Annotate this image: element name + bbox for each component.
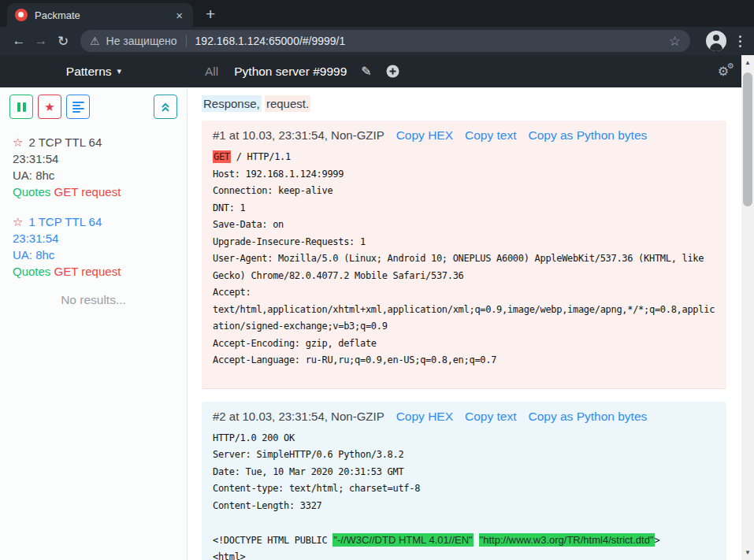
pause-icon xyxy=(17,102,26,112)
stream-tag: GET request xyxy=(54,185,121,198)
browser-tab[interactable]: Packmate × xyxy=(7,3,193,27)
settings-gears-icon[interactable]: ⚙ ⚙ xyxy=(718,64,729,79)
pattern-tab[interactable]: Python server #9999 xyxy=(234,65,347,79)
address-bar[interactable]: ⚠ Не защищено 192.168.1.124:65000/#/9999… xyxy=(80,30,690,52)
copy-action-link[interactable]: Copy HEX xyxy=(396,128,453,143)
stream-ua: UA: 8hc xyxy=(13,167,180,184)
scrollbar[interactable]: ▲ ▼ xyxy=(741,55,754,560)
packet-view: Response, request. #1 at 10.03, 23:31:54… xyxy=(188,87,741,560)
copy-action-link[interactable]: Copy as Python bytes xyxy=(529,410,648,424)
legend-request: request. xyxy=(265,95,310,112)
scroll-up-icon[interactable]: ▲ xyxy=(741,59,754,66)
stream-time: 23:31:54 xyxy=(13,230,180,247)
bookmark-star-icon[interactable]: ☆ xyxy=(669,33,681,50)
pause-capture-button[interactable] xyxy=(9,95,33,119)
packmate-favicon-icon xyxy=(15,9,28,21)
tab-title: Packmate xyxy=(35,9,173,21)
packet-list: #1 at 10.03, 23:31:54, Non-GZIPCopy HEXC… xyxy=(202,121,726,560)
refresh-icon[interactable]: ↻ xyxy=(52,30,74,52)
security-label: Не защищено xyxy=(106,35,177,47)
stream-time: 23:31:54 xyxy=(13,150,180,167)
copy-action-link[interactable]: Copy text xyxy=(465,410,516,424)
tab-close-icon[interactable]: × xyxy=(173,9,185,22)
scroll-down-icon[interactable]: ▼ xyxy=(741,549,754,556)
list-filter-button[interactable] xyxy=(66,95,90,119)
packet-card-response: #2 at 10.03, 23:31:54, Non-GZIPCopy HEXC… xyxy=(202,402,726,560)
collapse-button[interactable] xyxy=(154,95,177,119)
packet-meta: #2 at 10.03, 23:31:54, Non-GZIP xyxy=(213,410,384,423)
packet-card-request: #1 at 10.03, 23:31:54, Non-GZIPCopy HEXC… xyxy=(202,121,726,389)
stream-title: 1 TCP TTL 64 xyxy=(28,215,102,228)
packet-meta: #1 at 10.03, 23:31:54, Non-GZIP xyxy=(213,128,384,142)
packet-content: HTTP/1.0 200 OK Server: SimpleHTTP/0.6 P… xyxy=(202,424,726,560)
stream-tag: Quotes xyxy=(13,265,50,278)
profile-avatar[interactable] xyxy=(706,31,726,51)
copy-action-link[interactable]: Copy text xyxy=(465,128,516,143)
app-header: Patterns ▾ AllPython server #9999 ✎ ⚙ ⚙ xyxy=(0,55,741,87)
scrollbar-thumb[interactable] xyxy=(743,72,752,206)
browser-tab-strip: Packmate × + xyxy=(0,0,754,27)
copy-action-link[interactable]: Copy HEX xyxy=(396,410,453,424)
pattern-tabs: AllPython server #9999 xyxy=(205,65,347,79)
pattern-tab[interactable]: All xyxy=(205,65,218,79)
browser-toolbar: ← → ↻ ⚠ Не защищено 192.168.1.124:65000/… xyxy=(0,27,754,55)
browser-menu-icon[interactable] xyxy=(734,32,746,50)
copy-action-link[interactable]: Copy as Python bytes xyxy=(529,128,648,143)
chevron-down-icon: ▾ xyxy=(117,66,122,76)
align-left-icon xyxy=(72,102,84,113)
stream-tags: Quotes GET request xyxy=(13,263,180,280)
favorite-star-icon[interactable]: ☆ xyxy=(13,215,23,228)
stream-item[interactable]: ☆2 TCP TTL 6423:31:54UA: 8hcQuotes GET r… xyxy=(13,134,180,200)
stream-ua: UA: 8hc xyxy=(13,247,180,263)
favorites-filter-button[interactable]: ★ xyxy=(38,95,61,119)
sidebar-toolbar: ★ xyxy=(0,87,187,119)
double-chevron-up-icon xyxy=(160,102,171,113)
stream-tags: Quotes GET request xyxy=(13,184,180,200)
patterns-label: Patterns xyxy=(66,65,112,79)
url-text[interactable]: 192.168.1.124:65000/#/9999/1 xyxy=(195,35,669,47)
patterns-dropdown[interactable]: Patterns ▾ xyxy=(0,65,188,79)
highlight-green: "http://www.w3.org/TR/html4/strict.dtd" xyxy=(479,533,655,547)
forward-icon[interactable]: → xyxy=(30,30,52,52)
add-pattern-icon[interactable] xyxy=(386,65,399,78)
legend-response: Response, xyxy=(202,95,262,112)
back-icon[interactable]: ← xyxy=(8,30,30,52)
packet-card-header: #1 at 10.03, 23:31:54, Non-GZIPCopy HEXC… xyxy=(202,121,726,143)
stream-item[interactable]: ☆1 TCP TTL 6423:31:54UA: 8hcQuotes GET r… xyxy=(13,213,180,280)
stream-tag: Quotes xyxy=(13,185,50,198)
stream-sidebar: ★ ☆2 TCP TTL 6423:31:54UA: 8hcQuotes GET… xyxy=(0,87,188,560)
packet-content: GET / HTTP/1.1 Host: 192.168.1.124:9999 … xyxy=(202,143,726,388)
stream-list: ☆2 TCP TTL 6423:31:54UA: 8hcQuotes GET r… xyxy=(0,119,187,280)
star-icon: ★ xyxy=(44,100,54,114)
new-tab-button[interactable]: + xyxy=(206,6,215,22)
stream-tag: GET request xyxy=(54,265,121,278)
packet-card-header: #2 at 10.03, 23:31:54, Non-GZIPCopy HEXC… xyxy=(202,402,726,424)
favorite-star-icon[interactable]: ☆ xyxy=(13,135,23,149)
url-divider xyxy=(186,35,187,47)
no-results-label: No results... xyxy=(0,293,187,307)
not-secure-warning-icon[interactable]: ⚠ xyxy=(90,35,100,47)
stream-title: 2 TCP TTL 64 xyxy=(28,135,102,149)
edit-pattern-icon[interactable]: ✎ xyxy=(361,64,371,79)
highlight-red: GET xyxy=(213,150,231,163)
legend: Response, request. xyxy=(202,97,726,110)
highlight-green: "-//W3C//DTD HTML 4.01//EN" xyxy=(332,533,473,547)
